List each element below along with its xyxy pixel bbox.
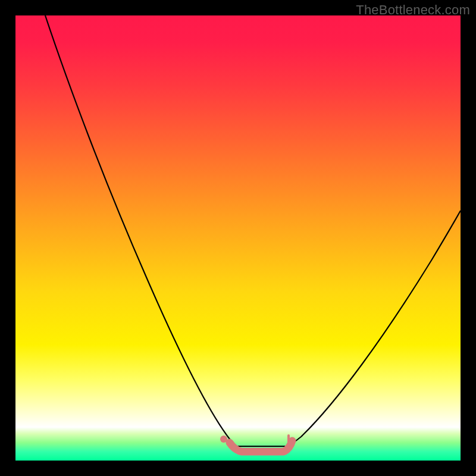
bottleneck-curve-right bbox=[288, 211, 461, 446]
chart-plot-area bbox=[15, 15, 461, 461]
bottleneck-curve-left bbox=[45, 15, 237, 446]
chart-svg bbox=[15, 15, 461, 461]
highlight-dot bbox=[220, 436, 227, 443]
